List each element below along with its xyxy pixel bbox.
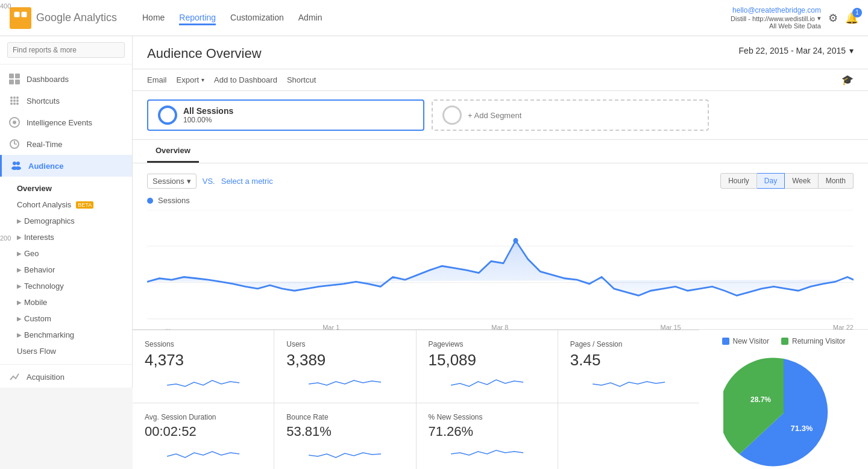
sidebar-sub-cohort[interactable]: Cohort Analysis BETA (0, 197, 132, 213)
content-area: Audience Overview Feb 22, 2015 - Mar 24,… (133, 36, 868, 469)
export-button[interactable]: Export ▾ (177, 75, 205, 84)
chart-wrapper: 400 200 (147, 210, 854, 319)
sparkline-bounce (286, 443, 403, 461)
sidebar-sub-custom[interactable]: ▶ Custom (0, 310, 132, 327)
segment-name: All Sessions (183, 106, 233, 116)
user-email: hello@createthebridge.com (731, 6, 821, 14)
segment-circle (158, 105, 177, 125)
svg-point-17 (13, 121, 16, 124)
add-segment-text: + Add Segment (468, 111, 521, 120)
nav-home[interactable]: Home (142, 10, 165, 25)
svg-point-11 (13, 99, 16, 102)
sidebar-sub-behavior[interactable]: ▶ Behavior (0, 262, 132, 278)
logo-text: Google Analytics (36, 11, 117, 24)
time-btn-month[interactable]: Month (819, 173, 854, 189)
shortcut-button[interactable]: Shortcut (287, 75, 316, 84)
filter-icon[interactable]: 🎓 (841, 75, 854, 85)
date-range-picker[interactable]: Feb 22, 2015 - Mar 24, 2015 ▾ (739, 46, 854, 55)
time-btn-hourly[interactable]: Hourly (720, 173, 757, 189)
expand-arrow-interests: ▶ (17, 234, 22, 241)
svg-point-29 (513, 238, 518, 244)
toolbar: Email Export ▾ Add to Dashboard Shortcut… (133, 69, 868, 91)
date-range-caret: ▾ (849, 46, 854, 55)
sidebar-sub-mobile[interactable]: ▶ Mobile (0, 294, 132, 310)
email-button[interactable]: Email (147, 75, 167, 84)
vs-label: VS. (203, 177, 215, 186)
stats-area: Sessions 4,373 Users 3,389 (133, 330, 699, 469)
stat-bounce: Bounce Rate 53.81% (274, 403, 416, 469)
sidebar-sub-demographics[interactable]: ▶ Demographics (0, 213, 132, 229)
time-btn-week[interactable]: Week (785, 173, 818, 189)
sparkline-users (286, 373, 403, 391)
sidebar-item-realtime[interactable]: Real-Time (0, 133, 132, 155)
add-segment-box[interactable]: + Add Segment (432, 99, 709, 131)
sidebar-item-intelligence[interactable]: Intelligence Events (0, 112, 132, 133)
sidebar-sub-usersflow[interactable]: Users Flow (0, 343, 132, 359)
content-header: Audience Overview Feb 22, 2015 - Mar 24,… (133, 36, 868, 69)
metric-caret: ▾ (187, 177, 191, 186)
svg-point-21 (13, 162, 16, 165)
sparkline-sessions (145, 373, 262, 391)
logo-area: Google Analytics (10, 7, 142, 29)
new-visitor-pct-label: 71.3% (791, 424, 813, 433)
svg-rect-2 (22, 11, 27, 17)
tab-overview[interactable]: Overview (147, 140, 199, 163)
svg-rect-6 (15, 80, 20, 84)
chart-controls: Sessions ▾ VS. Select a metric Hourly Da… (147, 173, 854, 189)
audience-sub-items: Overview Cohort Analysis BETA ▶ Demograp… (0, 180, 132, 359)
date-range-text: Feb 22, 2015 - Mar 24, 2015 (739, 46, 846, 55)
nav-admin[interactable]: Admin (298, 10, 322, 25)
sidebar-sub-interests[interactable]: ▶ Interests (0, 229, 132, 245)
expand-arrow-geo: ▶ (17, 250, 22, 257)
sparkline-new-sessions (429, 443, 546, 461)
sidebar-sub-geo[interactable]: ▶ Geo (0, 245, 132, 262)
sidebar-item-acquisition[interactable]: Acquisition (0, 364, 132, 388)
stat-users-value: 3,389 (286, 351, 403, 370)
gear-icon[interactable]: ⚙ (828, 11, 838, 25)
sessions-legend-label: Sessions (158, 196, 190, 205)
stat-pageviews: Pageviews 15,089 (417, 330, 558, 403)
sidebar-item-dashboards[interactable]: Dashboards (0, 68, 132, 90)
add-dashboard-button[interactable]: Add to Dashboard (214, 75, 277, 84)
svg-point-8 (13, 96, 16, 99)
stats-grid-row1: Sessions 4,373 Users 3,389 (133, 330, 699, 403)
nav-customization[interactable]: Customization (230, 10, 284, 25)
expand-arrow-custom: ▶ (17, 315, 22, 322)
chart-legend: Sessions (147, 196, 854, 205)
svg-point-12 (16, 99, 19, 102)
sparkline-pageviews (429, 373, 546, 391)
nav-reporting[interactable]: Reporting (179, 10, 216, 25)
svg-rect-0 (10, 7, 31, 29)
expand-arrow-benchmarking: ▶ (17, 332, 22, 338)
metric-dropdown[interactable]: Sessions ▾ (147, 174, 197, 189)
add-segment-circle (442, 105, 462, 125)
user-account: Distill - http://www.wedistill.io ▾ (731, 14, 821, 22)
svg-point-15 (16, 102, 19, 105)
select-metric[interactable]: Select a metric (221, 177, 273, 186)
sidebar-sub-benchmarking[interactable]: ▶ Benchmarking (0, 327, 132, 343)
top-nav: Google Analytics Home Reporting Customiz… (0, 0, 868, 36)
segments-bar: All Sessions 100.00% + Add Segment (133, 91, 868, 140)
all-sessions-segment[interactable]: All Sessions 100.00% (147, 99, 424, 131)
stat-bounce-label: Bounce Rate (286, 413, 403, 421)
main-nav: Home Reporting Customization Admin (142, 10, 731, 25)
time-btn-day[interactable]: Day (757, 173, 785, 189)
search-input[interactable] (7, 42, 125, 58)
returning-visitor-pct-label: 28.7% (750, 395, 771, 404)
stat-pageviews-value: 15,089 (429, 351, 546, 370)
sidebar-item-shortcuts[interactable]: Shortcuts (0, 90, 132, 112)
stat-users-label: Users (286, 340, 403, 348)
ga-logo-icon (10, 7, 31, 29)
sidebar-sub-overview[interactable]: Overview (0, 180, 132, 197)
sidebar-item-audience[interactable]: Audience (0, 155, 132, 177)
sidebar-sub-technology[interactable]: ▶ Technology (0, 278, 132, 294)
stat-sessions: Sessions 4,373 (133, 330, 274, 403)
sparkline-pps (570, 373, 687, 391)
svg-point-22 (16, 162, 20, 165)
stat-pages-session-value: 3.45 (570, 351, 687, 370)
svg-rect-1 (14, 11, 20, 17)
stat-empty (558, 403, 699, 469)
expand-arrow-demographics: ▶ (17, 218, 22, 224)
main-layout: Dashboards Shortcuts Intelligence Events (0, 36, 868, 469)
chart-xaxis: ... Mar 1 Mar 8 Mar 15 Mar 22 (147, 321, 854, 331)
